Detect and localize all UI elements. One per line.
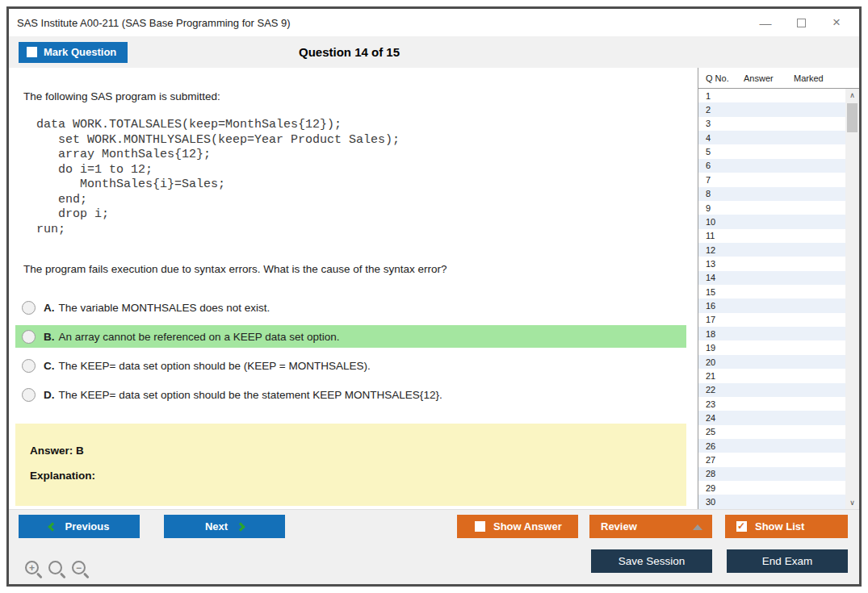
question-list-row[interactable]: 25 xyxy=(698,425,845,439)
radio-icon[interactable] xyxy=(22,301,36,315)
exam-window: SAS Institute A00-211 (SAS Base Programm… xyxy=(6,6,862,587)
window-controls: — × xyxy=(748,9,854,36)
question-list-row[interactable]: 21 xyxy=(698,369,845,382)
question-list-row[interactable]: 1 xyxy=(698,89,845,102)
option-letter: B. xyxy=(44,331,55,343)
scroll-down-icon[interactable]: ∨ xyxy=(845,496,859,509)
magnifier-icon[interactable] xyxy=(48,561,62,574)
question-list-row[interactable]: 9 xyxy=(698,201,845,215)
row-q-number: 11 xyxy=(698,231,744,240)
column-header-marked: Marked xyxy=(794,73,859,83)
radio-icon[interactable] xyxy=(22,330,36,344)
option-letter: D. xyxy=(44,389,55,401)
column-header-answer: Answer xyxy=(744,73,794,83)
close-button[interactable]: × xyxy=(819,9,854,36)
scroll-up-icon[interactable]: ∧ xyxy=(845,89,859,102)
question-list-row[interactable]: 15 xyxy=(698,285,845,299)
row-q-number: 30 xyxy=(698,497,744,507)
window-title: SAS Institute A00-211 (SAS Base Programm… xyxy=(9,17,291,29)
caret-up-icon xyxy=(693,524,702,530)
question-list-row[interactable]: 5 xyxy=(698,144,845,158)
question-list-row[interactable]: 14 xyxy=(698,271,845,285)
question-list-row[interactable]: 27 xyxy=(698,453,845,466)
question-list-scrollbar[interactable]: ∧ ∨ xyxy=(845,89,859,509)
question-counter: Question 14 of 15 xyxy=(9,45,690,59)
scrollbar-thumb[interactable] xyxy=(847,103,858,132)
question-list-row[interactable]: 12 xyxy=(698,243,845,257)
answer-option[interactable]: C.The KEEP= data set option should be (K… xyxy=(15,354,686,377)
show-answer-button[interactable]: Show Answer xyxy=(457,515,578,538)
question-list-row[interactable]: 30 xyxy=(698,495,845,508)
chevron-left-icon xyxy=(48,522,57,531)
question-header: Mark Question Question 14 of 15 xyxy=(9,36,859,68)
question-list-row[interactable]: 29 xyxy=(698,481,845,495)
question-list-row[interactable]: 3 xyxy=(698,117,845,131)
row-q-number: 14 xyxy=(698,273,744,282)
previous-button[interactable]: Previous xyxy=(19,515,140,538)
question-list-row[interactable]: 11 xyxy=(698,229,845,243)
row-q-number: 15 xyxy=(698,287,744,297)
question-list-row[interactable]: 17 xyxy=(698,313,845,327)
zoom-in-icon[interactable]: + xyxy=(25,561,39,574)
column-header-qno: Q No. xyxy=(698,73,744,83)
radio-icon[interactable] xyxy=(22,388,36,402)
footer-toolbar: Previous Next Show Answer Review Show Li… xyxy=(9,509,859,584)
radio-icon[interactable] xyxy=(22,359,36,373)
question-list-row[interactable]: 19 xyxy=(698,340,845,354)
row-q-number: 22 xyxy=(698,385,744,395)
question-list-row[interactable]: 20 xyxy=(698,355,845,369)
question-list-body: 1234567891011121314151617181920212223242… xyxy=(698,89,859,509)
maximize-button[interactable] xyxy=(783,9,819,36)
question-panel: The following SAS program is submitted: … xyxy=(9,68,698,509)
sas-code-block: data WORK.TOTALSALES(keep=MonthSales{12}… xyxy=(36,118,686,237)
question-list-row[interactable]: 2 xyxy=(698,102,845,116)
content-area: The following SAS program is submitted: … xyxy=(9,68,859,509)
option-letter: C. xyxy=(44,360,55,372)
question-list-row[interactable]: 24 xyxy=(698,411,845,424)
row-q-number: 5 xyxy=(698,147,744,157)
show-list-button[interactable]: Show List xyxy=(725,515,848,538)
row-q-number: 4 xyxy=(698,133,744,143)
row-q-number: 6 xyxy=(698,161,744,170)
row-q-number: 21 xyxy=(698,371,744,381)
question-list-row[interactable]: 28 xyxy=(698,467,845,481)
question-list-row[interactable]: 4 xyxy=(698,131,845,144)
row-q-number: 20 xyxy=(698,357,744,367)
row-q-number: 12 xyxy=(698,245,744,255)
question-list-row[interactable]: 16 xyxy=(698,299,845,312)
question-list-row[interactable]: 18 xyxy=(698,327,845,340)
answer-option[interactable]: D.The KEEP= data set option should be th… xyxy=(15,383,686,406)
answer-options: A.The variable MONTHSALES does not exist… xyxy=(15,296,686,406)
previous-label: Previous xyxy=(65,520,110,532)
question-list-row[interactable]: 13 xyxy=(698,257,845,270)
review-dropdown-button[interactable]: Review xyxy=(589,515,712,538)
end-exam-button[interactable]: End Exam xyxy=(727,549,848,573)
minimize-button[interactable]: — xyxy=(748,9,783,36)
question-list-row[interactable]: 8 xyxy=(698,187,845,201)
question-intro-text: The following SAS program is submitted: xyxy=(23,90,686,102)
save-session-label: Save Session xyxy=(619,555,686,567)
row-q-number: 28 xyxy=(698,469,744,478)
answer-option[interactable]: B.An array cannot be referenced on a KEE… xyxy=(15,325,686,348)
row-q-number: 2 xyxy=(698,105,744,115)
show-list-checkbox-icon[interactable] xyxy=(736,521,747,532)
option-text: The variable MONTHSALES does not exist. xyxy=(59,302,270,314)
show-answer-checkbox-icon[interactable] xyxy=(475,521,485,532)
row-q-number: 24 xyxy=(698,413,744,423)
answer-option[interactable]: A.The variable MONTHSALES does not exist… xyxy=(15,296,686,319)
zoom-out-icon[interactable]: − xyxy=(72,561,86,574)
question-list-row[interactable]: 23 xyxy=(698,397,845,411)
maximize-icon xyxy=(797,19,806,27)
question-list-row[interactable]: 6 xyxy=(698,159,845,173)
row-q-number: 8 xyxy=(698,189,744,198)
question-list-row[interactable]: 22 xyxy=(698,383,845,397)
chevron-right-icon xyxy=(236,522,245,531)
question-list-row[interactable]: 26 xyxy=(698,439,845,453)
question-list-row[interactable]: 10 xyxy=(698,215,845,228)
explanation-label: Explanation: xyxy=(30,470,672,482)
save-session-button[interactable]: Save Session xyxy=(591,549,712,573)
row-q-number: 25 xyxy=(698,427,744,436)
question-list-row[interactable]: 7 xyxy=(698,173,845,186)
next-button[interactable]: Next xyxy=(164,515,285,538)
end-exam-label: End Exam xyxy=(762,555,812,567)
